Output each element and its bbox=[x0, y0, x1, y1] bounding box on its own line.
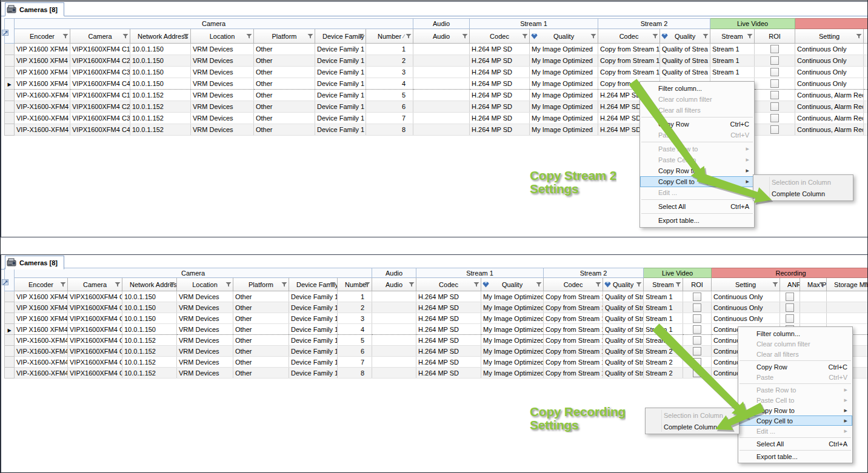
cell-device-family[interactable]: Device Family 1 bbox=[315, 101, 366, 113]
cell-location[interactable]: VRM Devices bbox=[177, 346, 233, 357]
cell-roi[interactable] bbox=[683, 335, 712, 346]
cell-setting[interactable]: Continuous Only bbox=[712, 313, 780, 324]
cell-anr[interactable] bbox=[864, 67, 867, 78]
cell-roi[interactable] bbox=[755, 55, 795, 67]
cell-encoder[interactable]: VIP X1600 XFM4 (10. bbox=[15, 302, 68, 313]
cell-audio[interactable] bbox=[413, 101, 470, 113]
table-corner-pin-icon[interactable] bbox=[2, 279, 9, 286]
row-selector[interactable] bbox=[5, 291, 15, 302]
cell-encoder[interactable]: VIP X1600 XFM4 (10. bbox=[15, 67, 70, 78]
cell-codec[interactable]: H.264 MP SD bbox=[470, 90, 530, 101]
row-selector[interactable] bbox=[5, 101, 15, 113]
roi-checkbox[interactable] bbox=[770, 56, 779, 65]
cell-codec[interactable]: Copy from Stream 1 bbox=[598, 44, 660, 55]
cell-stream[interactable]: Stream 1 bbox=[644, 302, 683, 313]
cell-camera[interactable]: VIPX1600XFM4 C3 bbox=[68, 313, 122, 324]
anr-checkbox[interactable] bbox=[786, 314, 794, 323]
cell-audio[interactable] bbox=[372, 324, 416, 335]
cell-quality[interactable]: My Image Optimized bbox=[481, 302, 544, 313]
cell-number[interactable]: 8 bbox=[338, 368, 372, 379]
cell-number[interactable]: 5 bbox=[366, 90, 413, 101]
cell-number[interactable]: 1 bbox=[338, 291, 372, 302]
column-header-camera[interactable]: Camera bbox=[70, 29, 130, 44]
cell-device-family[interactable]: Device Family 1 bbox=[289, 357, 338, 368]
cell-quality[interactable]: My Image Optimized bbox=[530, 55, 598, 67]
column-header-quality[interactable]: Quality bbox=[660, 29, 710, 44]
cell-platform[interactable]: Other bbox=[254, 113, 315, 124]
cell-number[interactable]: 6 bbox=[338, 346, 372, 357]
cell-storage-min-ti[interactable] bbox=[827, 302, 867, 313]
filter-icon[interactable] bbox=[406, 33, 412, 39]
cell-codec[interactable]: H.264 MP SD bbox=[416, 357, 481, 368]
filter-icon[interactable] bbox=[772, 282, 778, 287]
cell-codec[interactable]: H.264 MP SD bbox=[470, 67, 530, 78]
filter-icon[interactable] bbox=[652, 33, 658, 39]
cell-setting[interactable]: Continuous Only bbox=[712, 291, 780, 302]
cell-platform[interactable]: Other bbox=[254, 78, 315, 90]
cell-location[interactable]: VRM Devices bbox=[177, 357, 233, 368]
cell-platform[interactable]: Other bbox=[254, 124, 315, 136]
cell-codec[interactable]: H.264 MP SD bbox=[416, 302, 481, 313]
cell-device-family[interactable]: Device Family 1 bbox=[315, 90, 366, 101]
cell-quality[interactable]: Quality of Strea bbox=[660, 67, 710, 78]
cell-setting[interactable]: Continuous Only bbox=[712, 302, 780, 313]
roi-checkbox[interactable] bbox=[770, 102, 779, 111]
column-header-roi[interactable]: ROI bbox=[755, 29, 795, 44]
cell-setting[interactable]: Continuous, Alarm Recordin bbox=[795, 90, 864, 101]
cell-max-pr[interactable] bbox=[800, 313, 827, 324]
cell-network-address[interactable]: 10.0.1.152 bbox=[122, 346, 177, 357]
cell-location[interactable]: VRM Devices bbox=[177, 335, 233, 346]
cell-device-family[interactable]: Device Family 1 bbox=[289, 324, 338, 335]
menu-item-select-all[interactable]: Select AllCtrl+A bbox=[640, 201, 754, 212]
cell-encoder[interactable]: VIP X1600 XFM4 (10. bbox=[15, 78, 70, 90]
cell-quality[interactable]: Quality of Strea bbox=[603, 346, 644, 357]
menu-item-copy-cell-to[interactable]: Copy Cell to▶ bbox=[640, 176, 754, 187]
cell-camera[interactable]: VIPX1600XFM4 C2r bbox=[70, 101, 130, 113]
cell-max-pr[interactable] bbox=[800, 302, 827, 313]
cell-location[interactable]: VRM Devices bbox=[191, 124, 254, 136]
cell-roi[interactable] bbox=[755, 124, 795, 136]
cell-stream[interactable]: Stream 1 bbox=[710, 55, 755, 67]
cell-audio[interactable] bbox=[413, 124, 470, 136]
filter-icon[interactable] bbox=[307, 33, 313, 39]
cell-location[interactable]: VRM Devices bbox=[191, 67, 254, 78]
roi-checkbox[interactable] bbox=[770, 91, 779, 99]
row-selector[interactable]: ▶ bbox=[5, 78, 15, 90]
column-header-stream[interactable]: Stream bbox=[710, 29, 755, 44]
cell-codec[interactable]: H.264 MP SD bbox=[416, 324, 481, 335]
cell-encoder[interactable]: VIP-X1600-XFM4 (10. bbox=[15, 124, 70, 136]
cell-setting[interactable]: Continuous, Alarm Recordin bbox=[795, 101, 864, 113]
column-header-codec[interactable]: Codec bbox=[598, 29, 660, 44]
cell-platform[interactable]: Other bbox=[233, 302, 289, 313]
cell-number[interactable]: 4 bbox=[338, 324, 372, 335]
cell-camera[interactable]: VIPX1600XFM4 C2r bbox=[68, 346, 122, 357]
cell-camera[interactable]: VIPX1600XFM4 C3 bbox=[70, 67, 130, 78]
filter-icon[interactable] bbox=[60, 282, 66, 287]
cell-number[interactable]: 2 bbox=[366, 55, 413, 67]
cell-quality[interactable]: My Image Optimized bbox=[481, 313, 544, 324]
cell-codec[interactable]: H.264 MP SD bbox=[470, 78, 530, 90]
cell-network-address[interactable]: 10.0.1.150 bbox=[122, 291, 177, 302]
cell-audio[interactable] bbox=[413, 113, 470, 124]
cell-device-family[interactable]: Device Family 1 bbox=[315, 78, 366, 90]
cell-stream[interactable]: Stream 2 bbox=[644, 335, 683, 346]
cell-encoder[interactable]: VIP-X1600-XFM4 (10. bbox=[15, 357, 68, 368]
cell-number[interactable]: 3 bbox=[338, 313, 372, 324]
cell-encoder[interactable]: VIP-X1600-XFM4 (10. bbox=[15, 101, 70, 113]
cell-audio[interactable] bbox=[372, 357, 416, 368]
cell-codec[interactable]: Copy from Stream 1 bbox=[544, 291, 603, 302]
cell-platform[interactable]: Other bbox=[254, 90, 315, 101]
cell-platform[interactable]: Other bbox=[233, 313, 289, 324]
cell-encoder[interactable]: VIP-X1600-XFM4 (10. bbox=[15, 335, 68, 346]
column-header-network-address[interactable]: Network Address bbox=[122, 278, 177, 291]
column-header-quality[interactable]: Quality bbox=[530, 29, 598, 44]
cell-camera[interactable]: VIPX1600XFM4 C3r bbox=[68, 357, 122, 368]
cell-quality[interactable]: My Image Optimized bbox=[530, 67, 598, 78]
column-header-encoder[interactable]: Encoder bbox=[15, 29, 70, 44]
cell-camera[interactable]: VIPX1600XFM4 C4r bbox=[70, 124, 130, 136]
roi-checkbox[interactable] bbox=[770, 125, 779, 134]
cell-network-address[interactable]: 10.0.1.152 bbox=[122, 357, 177, 368]
roi-checkbox[interactable] bbox=[693, 369, 701, 377]
cell-camera[interactable]: VIPX1600XFM4 C4 bbox=[70, 78, 130, 90]
row-selector[interactable] bbox=[5, 124, 15, 136]
